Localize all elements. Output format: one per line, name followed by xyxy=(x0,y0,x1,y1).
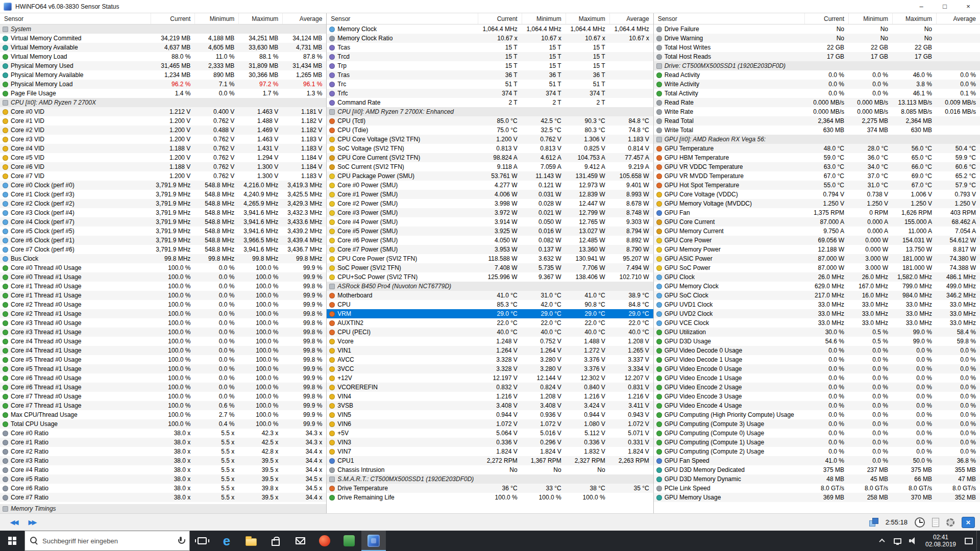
sensor-row[interactable]: GPU Fan Speed41.0 %0.0 %50.0 %36.8 % xyxy=(654,456,980,465)
sensor-row[interactable]: Core #0 Thread #0 Usage100.0 %0.0 %100.0… xyxy=(0,263,326,272)
sensor-row[interactable]: Write Total630 MB374 MB630 MB xyxy=(654,126,980,135)
sensor-row[interactable]: SoC Voltage (SVI2 TFN)0.813 V0.813 V0.82… xyxy=(327,144,653,153)
section-row[interactable]: Memory Timings xyxy=(0,504,326,513)
sensor-row[interactable]: GPU Core Voltage (VDDC)0.794 V0.738 V1.0… xyxy=(654,190,980,199)
sensor-row[interactable]: Core #7 VID1.200 V0.762 V1.300 V1.183 V xyxy=(0,171,326,181)
sensor-row[interactable]: Core #1 VID1.200 V0.762 V1.488 V1.182 V xyxy=(0,116,326,126)
sensor-row[interactable]: GPU Video Encode 4 Usage0.0 %0.0 %0.0 %0… xyxy=(654,401,980,410)
sensor-row[interactable]: CPU Core Power (SVI2 TFN)118.588 W3.632 … xyxy=(327,254,653,263)
sensor-row[interactable]: Core #2 Ratio38.0 x5.5 x42.8 x34.4 x xyxy=(0,447,326,456)
sensor-row[interactable]: Core #7 Thread #1 Usage100.0 %0.6 %100.0… xyxy=(0,401,326,410)
sensor-row[interactable]: Core #2 VID1.200 V0.488 V1.469 V1.182 V xyxy=(0,126,326,135)
sensor-row[interactable]: Core #3 Power (SMU)3.972 W0.021 W12.799 … xyxy=(327,208,653,217)
close-button[interactable]: × xyxy=(957,0,980,13)
taskbar-search[interactable] xyxy=(24,531,190,551)
tray-volume-button[interactable] xyxy=(905,531,920,551)
sensor-row[interactable]: Trfc374 T374 T374 T xyxy=(327,89,653,98)
column-header-minimum[interactable]: Minimum xyxy=(194,13,238,24)
sensor-row[interactable]: Core #4 VID1.188 V0.762 V1.431 V1.183 V xyxy=(0,144,326,153)
column-header-current[interactable]: Current xyxy=(478,13,522,24)
sensor-row[interactable]: VIN30.336 V0.296 V0.336 V0.331 V xyxy=(327,438,653,447)
sensor-row[interactable]: GPU Hot Spot Temperature55.0 °C31.0 °C67… xyxy=(654,181,980,190)
column-header-current[interactable]: Current xyxy=(151,13,194,24)
sensor-row[interactable]: CPU85.3 °C42.0 °C90.8 °C84.8 °C xyxy=(327,300,653,309)
sensor-row[interactable]: Bus Clock99.8 MHz99.8 MHz99.8 MHz99.8 MH… xyxy=(0,254,326,263)
sensor-row[interactable]: Core #4 Clock (perf #7)3,791.9 MHz548.8 … xyxy=(0,217,326,227)
sensor-row[interactable]: Core #6 Clock (perf #1)3,791.9 MHz548.8 … xyxy=(0,236,326,245)
sensor-row[interactable]: PCIe Link Speed8.0 GT/s8.0 GT/s8.0 GT/s8… xyxy=(654,484,980,493)
sensor-row[interactable]: CPU (PECI)40.0 °C40.0 °C40.0 °C40.0 °C xyxy=(327,328,653,337)
sensor-row[interactable]: VIN71.824 V1.824 V1.832 V1.824 V xyxy=(327,447,653,456)
section-row[interactable]: ASRock B450 Pro4 (Nuvoton NCT6779D) xyxy=(327,282,653,291)
report-icon[interactable] xyxy=(932,518,939,527)
sensor-row[interactable]: GPU Video Encode 3 Usage0.0 %0.0 %0.0 %0… xyxy=(654,392,980,401)
sensor-row[interactable]: Core #3 Ratio38.0 x5.5 x39.5 x34.4 x xyxy=(0,456,326,465)
sensor-row[interactable]: Memory Clock1,064.4 MHz1,064.4 MHz1,064.… xyxy=(327,24,653,34)
sensor-row[interactable]: Read Activity0.0 %0.0 %46.0 %0.0 % xyxy=(654,70,980,80)
sensor-row[interactable]: GPU SoC Power87.000 W3.000 W181.000 W74.… xyxy=(654,263,980,272)
sensor-row[interactable]: Motherboard41.0 °C31.0 °C41.0 °C38.9 °C xyxy=(327,291,653,300)
column-header-current[interactable]: Current xyxy=(804,13,848,24)
nav-back-button[interactable]: ◀◀ xyxy=(5,516,23,529)
sensor-row[interactable]: Core #4 Thread #0 Usage100.0 %0.0 %100.0… xyxy=(0,337,326,346)
taskbar-app-store[interactable] xyxy=(263,531,288,551)
sensor-row[interactable]: Total CPU Usage100.0 %0.4 %100.0 %99.9 % xyxy=(0,419,326,429)
sensor-row[interactable]: VIN41.216 V1.208 V1.216 V1.216 V xyxy=(327,392,653,401)
sensor-row[interactable]: Core #6 VID1.188 V0.762 V1.300 V1.184 V xyxy=(0,162,326,171)
sensor-row[interactable]: Core #6 Thread #1 Usage100.0 %0.0 %100.0… xyxy=(0,383,326,392)
sensor-row[interactable]: Physical Memory Available1,234 MB890 MB3… xyxy=(0,70,326,80)
sensor-row[interactable]: Tcas15 T15 T15 T xyxy=(327,43,653,52)
sensor-row[interactable]: GPU Fan1,375 RPM0 RPM1,626 RPM403 RPM xyxy=(654,208,980,217)
sensor-row[interactable]: Tras36 T36 T36 T xyxy=(327,70,653,80)
sensor-row[interactable]: 3VSB3.408 V3.408 V3.424 V3.411 V xyxy=(327,401,653,410)
reset-clock-icon[interactable] xyxy=(915,517,925,528)
section-row[interactable]: GPU [#0]: AMD Radeon RX Vega 56: xyxy=(654,135,980,144)
sensor-row[interactable]: Memory Clock Ratio10.67 x10.67 x10.67 x1… xyxy=(327,34,653,43)
taskbar-app-mail[interactable] xyxy=(288,531,312,551)
sensor-row[interactable]: Core #0 Ratio38.0 x5.5 x42.3 x34.3 x xyxy=(0,429,326,438)
sensor-row[interactable]: Core #6 Thread #0 Usage100.0 %0.0 %100.0… xyxy=(0,373,326,383)
sensor-row[interactable]: Core #5 Clock (perf #5)3,791.9 MHz548.8 … xyxy=(0,227,326,236)
section-row[interactable]: CPU [#0]: AMD Ryzen 7 2700X: Enhanced xyxy=(327,107,653,116)
sensor-row[interactable]: Core #0 Clock (perf #0)3,791.9 MHz548.8 … xyxy=(0,181,326,190)
sensor-row[interactable]: GPU Memory Voltage (MVDDC)1.250 V1.250 V… xyxy=(654,199,980,208)
column-header-average[interactable]: Average xyxy=(936,13,980,24)
sensor-row[interactable]: GPU VR VDDC Temperature63.0 °C34.0 °C66.… xyxy=(654,162,980,171)
sensor-row[interactable]: Core #5 Power (SMU)3.925 W0.016 W13.027 … xyxy=(327,227,653,236)
sensor-row[interactable]: GPU Utilization30.0 %0.5 %99.0 %58.4 % xyxy=(654,328,980,337)
sensor-row[interactable]: Trcd15 T15 T15 T xyxy=(327,52,653,61)
sensor-row[interactable]: Core #3 Clock (perf #4)3,791.9 MHz548.8 … xyxy=(0,208,326,217)
column-header-sensor[interactable]: Sensor xyxy=(327,13,477,24)
sensor-row[interactable]: GPU Computing (Compute 1) Usage0.0 %0.0 … xyxy=(654,438,980,447)
sensor-row[interactable]: GPU Core Current87.000 A0.000 A155.000 A… xyxy=(654,217,980,227)
titlebar[interactable]: HWiNFO64 v6.08-3830 Sensor Status – □ × xyxy=(0,0,980,13)
minimize-button[interactable]: – xyxy=(910,0,933,13)
sensor-row[interactable]: CPU+SoC Power (SVI2 TFN)125.996 W9.367 W… xyxy=(327,272,653,282)
sensor-row[interactable]: Core #0 Thread #1 Usage100.0 %0.0 %100.0… xyxy=(0,272,326,282)
action-center-button[interactable] xyxy=(961,531,976,551)
sensor-row[interactable]: Virtual Memory Commited34,219 MB4,188 MB… xyxy=(0,34,326,43)
sensor-row[interactable]: GPU D3D Usage54.6 %0.5 %99.0 %59.8 % xyxy=(654,337,980,346)
sensor-row[interactable]: GPU Memory Clock629.0 MHz167.0 MHz799.0 … xyxy=(654,282,980,291)
sensor-row[interactable]: Core #7 Thread #0 Usage100.0 %0.0 %100.0… xyxy=(0,392,326,401)
sensor-row[interactable]: Core #0 Power (SMU)4.277 W0.121 W12.973 … xyxy=(327,181,653,190)
sensor-row[interactable]: GPU Video Encode 2 Usage0.0 %0.0 %0.0 %0… xyxy=(654,383,980,392)
sensor-row[interactable]: VRM29.0 °C29.0 °C29.0 °C29.0 °C xyxy=(327,309,653,318)
sensor-row[interactable]: GPU VCE Clock33.0 MHz33.0 MHz33.0 MHz33.… xyxy=(654,318,980,328)
sensor-row[interactable]: Core #1 Ratio38.0 x5.5 x42.5 x34.3 x xyxy=(0,438,326,447)
sensor-row[interactable]: SoC Power (SVI2 TFN)7.408 W5.735 W7.706 … xyxy=(327,263,653,272)
section-row[interactable]: Drive: CT500MX500SSD1 (1920E203DF0D) xyxy=(654,61,980,70)
section-row[interactable]: CPU [#0]: AMD Ryzen 7 2700X xyxy=(0,98,326,107)
sensor-row[interactable]: Core #1 Thread #1 Usage100.0 %0.0 %100.0… xyxy=(0,291,326,300)
sensor-row[interactable]: Core #2 Power (SMU)3.998 W0.028 W12.447 … xyxy=(327,199,653,208)
taskbar-app-app-red[interactable] xyxy=(312,531,337,551)
taskbar-app-edge[interactable] xyxy=(214,531,239,551)
sensor-row[interactable]: GPU Memory Usage369 MB258 MB370 MB352 MB xyxy=(654,493,980,502)
sensor-row[interactable]: AVCC3.328 V3.280 V3.376 V3.337 V xyxy=(327,355,653,364)
sensor-row[interactable]: Virtual Memory Load88.0 %11.0 %88.1 %87.… xyxy=(0,52,326,61)
sensor-row[interactable]: Core #2 Thread #0 Usage100.0 %0.0 %100.0… xyxy=(0,300,326,309)
sensor-row[interactable]: GPU Temperature48.0 °C28.0 °C56.0 °C50.4… xyxy=(654,144,980,153)
sensor-row[interactable]: Total Host Writes22 GB22 GB22 GB xyxy=(654,43,980,52)
sensor-row[interactable]: GPU Computing (High Priority Compute) Us… xyxy=(654,410,980,419)
sensor-row[interactable]: GPU UVD2 Clock33.0 MHz33.0 MHz33.0 MHz33… xyxy=(654,309,980,318)
